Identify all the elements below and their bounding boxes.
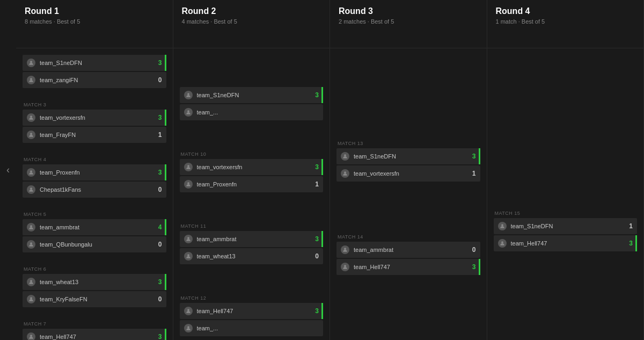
svg-point-7 [30,242,32,244]
round-matches-3: MATCH 13 team_S1neDFN3 team_vortexersfn1… [330,48,487,340]
team-score: 3 [153,333,162,340]
match-block: team_S1neDFN3 team_... [173,85,330,149]
match-label: MATCH 12 [180,295,324,301]
team-row[interactable]: team_Hell7473 [23,329,166,340]
team-row[interactable]: team_vortexersfn3 [23,110,166,126]
team-row[interactable]: team_QBunbungalu0 [23,236,166,252]
match-label: MATCH 14 [336,234,480,240]
match-label: MATCH 4 [23,157,166,162]
round-subtitle-3: 2 matches · Best of 5 [339,18,478,25]
team-score: 1 [153,131,162,139]
team-avatar [498,239,507,248]
round-subtitle-2: 4 matches · Best of 5 [182,18,321,25]
team-avatar [27,168,35,177]
team-row[interactable]: team_Hell7473 [336,259,480,275]
match-label: MATCH 11 [180,223,324,229]
match-block: MATCH 10 team_vortexersfn3 team_Proxenfn… [173,149,330,221]
match-block: team_S1neDFN3 team_zangiFN0 [16,53,173,100]
team-avatar [27,76,35,84]
team-name: team_Proxenfn [40,169,149,176]
team-score: 3 [624,240,633,247]
team-row[interactable]: team_zangiFN0 [23,72,166,88]
team-row[interactable]: team_Proxenfn1 [180,176,324,192]
team-row[interactable]: team_ammbrat4 [23,219,166,235]
team-score: 4 [153,223,162,231]
team-score: 3 [310,307,319,315]
team-name: team_ammbrat [354,247,463,253]
team-avatar [341,169,349,178]
team-score: 3 [467,263,476,271]
match-block: MATCH 5 team_ammbrat4 team_QBunbungalu0 [16,209,173,264]
match-block: MATCH 4 team_Proxenfn3 Chepast1kFans0 [16,155,173,209]
match-label: MATCH 3 [23,102,166,107]
team-name: team_vortexersfn [40,114,149,121]
team-row[interactable]: team_vortexersfn1 [336,165,480,182]
team-score: 0 [153,295,162,303]
team-row[interactable]: team_S1neDFN3 [23,55,166,71]
round-header-3: Round 32 matches · Best of 5 [330,0,487,48]
svg-point-14 [187,93,189,95]
team-name: team_wheat13 [40,279,149,285]
team-row[interactable]: team_FrayFN1 [23,127,166,143]
svg-point-27 [501,241,503,243]
svg-point-21 [187,326,189,328]
round-column-2: Round 24 matches · Best of 5 team_S1neDF… [173,0,331,340]
round-matches-2: team_S1neDFN3 team_...MATCH 10 team_vort… [173,48,330,340]
svg-point-22 [344,154,346,156]
team-score: 3 [153,278,162,286]
team-name: team_KryFalseFN [40,296,149,302]
round-column-3: Round 32 matches · Best of 5MATCH 13 tea… [330,0,487,340]
team-row[interactable]: team_wheat133 [23,274,166,290]
team-score: 3 [153,169,162,176]
team-row[interactable]: team_S1neDFN3 [180,87,324,103]
team-row[interactable]: team_Hell7473 [180,303,324,319]
team-row[interactable]: team_... [180,320,324,336]
team-avatar [27,131,35,139]
team-row[interactable]: team_wheat130 [180,248,324,264]
svg-point-6 [30,225,32,227]
team-name: team_Hell747 [511,240,620,247]
team-row[interactable]: team_KryFalseFN0 [23,291,166,307]
team-row[interactable]: team_... [180,104,324,120]
team-row[interactable]: team_Proxenfn3 [23,164,166,180]
team-name: team_ammbrat [40,224,149,230]
round-title-2: Round 2 [182,6,321,16]
svg-point-23 [344,171,346,173]
team-avatar [184,180,193,189]
round-column-4: Round 41 match · Best of 5MATCH 15 team_… [487,0,645,340]
team-avatar [27,332,35,340]
svg-point-16 [187,165,189,167]
match-block: MATCH 12 team_Hell7473 team_... [173,293,330,340]
team-name: team_S1neDFN [354,153,463,160]
match-block: MATCH 7 team_Hell7473 team_VRSBlurfire2 [16,319,173,340]
team-name: team_S1neDFN [40,60,149,66]
team-name: team_... [197,325,306,331]
round-matches-4: MATCH 15 team_S1neDFN1 team_Hell7473 [487,48,644,340]
match-label: MATCH 13 [336,141,480,146]
team-row[interactable]: Chepast1kFans0 [23,182,166,198]
team-score: 0 [153,76,162,84]
svg-point-8 [30,280,32,282]
team-avatar [27,59,35,67]
team-row[interactable]: team_S1neDFN1 [494,218,638,234]
back-arrow[interactable]: ‹ [0,0,16,340]
round-title-4: Round 4 [496,6,635,16]
round-header-2: Round 24 matches · Best of 5 [173,0,330,48]
team-score: 3 [310,235,319,243]
team-row[interactable]: team_ammbrat0 [336,242,480,258]
team-score: 1 [310,180,319,188]
team-row[interactable]: team_S1neDFN3 [336,148,480,164]
svg-point-4 [30,170,32,172]
team-score: 0 [310,252,319,260]
team-row[interactable]: team_Hell7473 [494,235,638,251]
team-row[interactable]: team_vortexersfn3 [180,159,324,175]
team-avatar [341,245,349,254]
round-title-3: Round 3 [339,6,478,16]
team-score: 0 [153,241,162,248]
team-row[interactable]: team_ammbrat3 [180,231,324,247]
svg-point-10 [30,335,32,337]
round-header-4: Round 41 match · Best of 5 [487,0,644,48]
match-label: MATCH 5 [23,212,166,217]
team-avatar [184,91,193,99]
match-label: MATCH 7 [23,321,166,327]
